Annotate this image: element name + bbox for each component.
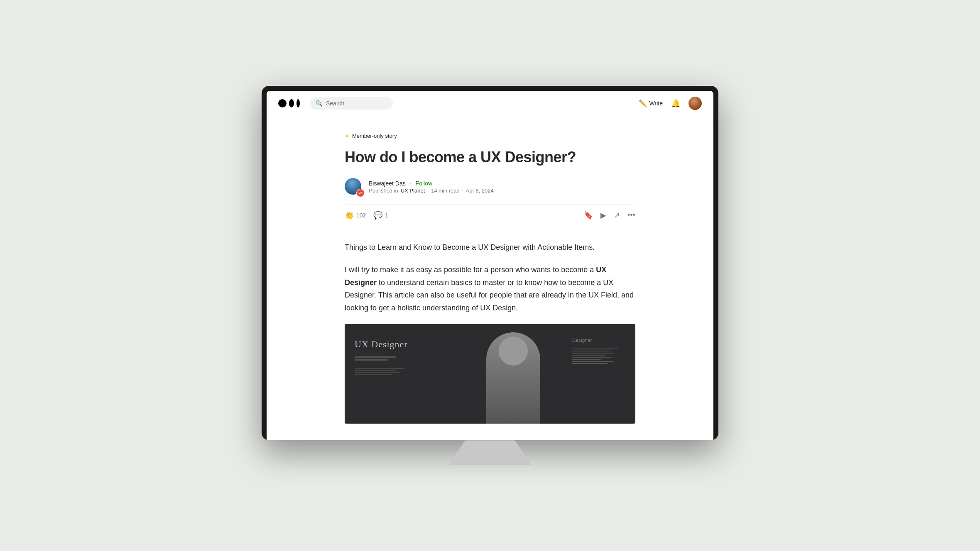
save-icon[interactable]: 🔖: [584, 211, 593, 220]
published-in-label: Published in: [369, 188, 398, 194]
right-line-8: [572, 363, 608, 364]
monitor-wrapper: 🔍 Search ✏️ Write 🔔: [262, 86, 718, 466]
action-right: 🔖 ▶ ↗ •••: [584, 211, 635, 220]
search-label: Search: [326, 100, 344, 107]
content-line-2: [355, 370, 396, 371]
image-right-label: Designer: [572, 336, 629, 344]
right-line-6: [572, 359, 601, 360]
notification-bell-icon[interactable]: 🔔: [671, 99, 680, 108]
member-badge: ✦ Member-only story: [345, 133, 635, 139]
person-head: [499, 336, 528, 366]
svg-point-1: [289, 99, 294, 107]
meta-dot-1: ·: [427, 188, 429, 193]
nav-right: ✏️ Write 🔔: [639, 97, 702, 110]
separator-dot: ·: [410, 180, 412, 187]
bold-phrase: UX Designer: [345, 266, 606, 287]
author-avatar-wrapper: UX: [345, 178, 363, 196]
subtitle-line-2: [355, 359, 388, 361]
author-name[interactable]: Biswajeet Das: [369, 180, 406, 187]
person-silhouette: [486, 332, 540, 424]
nav-left: 🔍 Search: [278, 97, 393, 110]
article-container: ✦ Member-only story How do I become a UX…: [336, 116, 644, 441]
clap-icon: 👏: [345, 211, 354, 220]
share-icon[interactable]: ↗: [614, 211, 620, 220]
monitor-screen: 🔍 Search ✏️ Write 🔔: [267, 91, 713, 441]
image-right-lines: [572, 349, 629, 364]
image-title: UX Designer: [355, 336, 451, 352]
member-badge-text: Member-only story: [352, 133, 397, 139]
ux-publication-badge: UX: [356, 189, 365, 197]
action-left: 👏 102 💬 1: [345, 211, 388, 220]
intro-paragraph: Things to Learn and Know to Become a UX …: [345, 241, 635, 254]
right-line-3: [572, 353, 614, 354]
listen-icon[interactable]: ▶: [600, 211, 606, 220]
right-line-5: [572, 357, 612, 358]
comment-button[interactable]: 💬 1: [373, 211, 388, 220]
image-center-section: [461, 324, 566, 424]
write-label: Write: [649, 100, 663, 107]
write-icon: ✏️: [639, 99, 647, 107]
svg-point-2: [296, 99, 300, 107]
publication-link[interactable]: UX Planet: [401, 188, 425, 194]
right-line-7: [572, 361, 614, 362]
comment-icon: 💬: [373, 211, 382, 220]
author-meta: Published in UX Planet · 14 min read · A…: [369, 188, 494, 194]
author-row: UX Biswajeet Das · Follow Published in U…: [345, 178, 635, 196]
search-bar[interactable]: 🔍 Search: [310, 97, 393, 110]
user-avatar[interactable]: [688, 97, 702, 110]
svg-point-0: [278, 99, 287, 107]
image-overlay: UX Designer: [345, 324, 635, 424]
follow-button[interactable]: Follow: [416, 180, 432, 187]
top-nav: 🔍 Search ✏️ Write 🔔: [267, 91, 713, 116]
monitor-stand: [448, 440, 532, 465]
comment-count: 1: [385, 212, 388, 219]
body-paragraph: I will try to make it as easy as possibl…: [345, 263, 635, 314]
meta-dot-2: ·: [462, 188, 463, 193]
read-time: 14 min read: [431, 188, 460, 194]
clap-button[interactable]: 👏 102: [345, 211, 366, 220]
content-line-3: [355, 372, 400, 373]
article-body: Things to Learn and Know to Become a UX …: [345, 241, 635, 424]
article-title: How do I become a UX Designer?: [345, 148, 635, 166]
image-content-lines: [355, 368, 451, 375]
write-button[interactable]: ✏️ Write: [639, 99, 663, 107]
clap-count: 102: [356, 212, 366, 219]
publish-date: Apr 8, 2024: [466, 188, 494, 194]
star-icon: ✦: [345, 133, 350, 139]
search-icon: 🔍: [316, 100, 323, 107]
subtitle-line-1: [355, 356, 396, 358]
article-hero-image: UX Designer: [345, 324, 635, 424]
avatar-image: [688, 97, 702, 110]
monitor-frame: 🔍 Search ✏️ Write 🔔: [262, 86, 718, 441]
content-line-4: [355, 374, 392, 375]
content-line-1: [355, 368, 404, 369]
author-name-row: Biswajeet Das · Follow: [369, 180, 494, 187]
medium-logo[interactable]: [278, 98, 302, 109]
right-line-4: [572, 355, 605, 356]
more-options-icon[interactable]: •••: [627, 211, 635, 219]
right-line-1: [572, 349, 618, 349]
image-left-section: UX Designer: [345, 324, 461, 424]
author-info: Biswajeet Das · Follow Published in UX P…: [369, 180, 494, 194]
image-right-section: Designer: [566, 324, 635, 424]
image-subtitle-lines: [355, 356, 451, 361]
right-line-2: [572, 351, 610, 351]
action-bar: 👏 102 💬 1 🔖 ▶ ↗ •••: [345, 205, 635, 226]
